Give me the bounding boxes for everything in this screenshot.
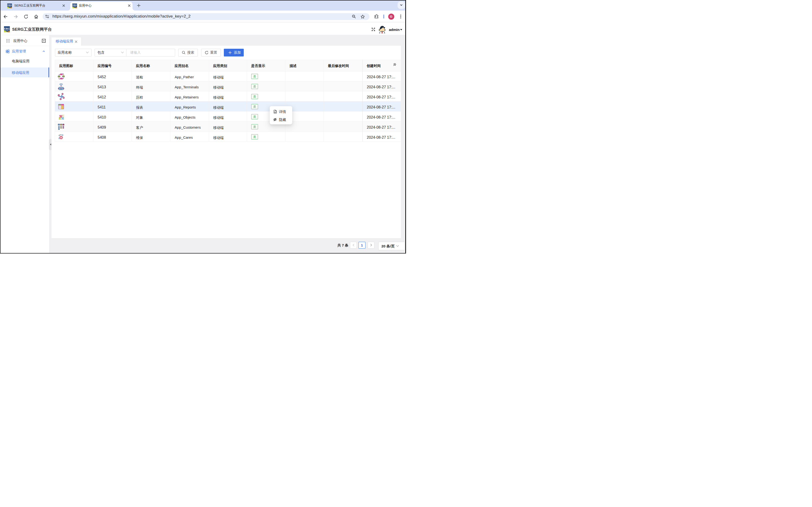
svg-text:Sample: Sample (8, 6, 11, 7)
svg-text:Sample: Sample (73, 6, 76, 7)
svg-text:Sample: Sample (5, 30, 9, 31)
svg-text:ERG: ERG (4, 27, 10, 30)
